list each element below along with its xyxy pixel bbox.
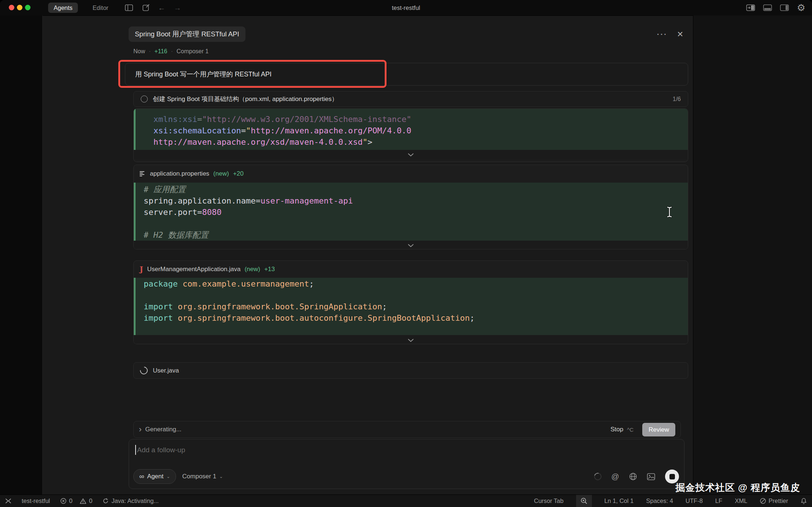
code-card-pom: xmlns:xsi="http://www.w3.org/2001/XMLSch… [133, 108, 688, 162]
problems-indicator[interactable]: 0 0 [60, 497, 92, 504]
agent-mode-label: Agent [147, 473, 164, 480]
composer-dropdown[interactable]: Composer 1 ⌄ [182, 473, 223, 480]
toggle-right-panel-icon[interactable] [780, 4, 789, 11]
followup-placeholder: Add a follow-up [137, 446, 185, 454]
properties-new-badge: (new) [213, 170, 229, 177]
code-card-properties: application.properties (new) +20 # 应用配置s… [133, 165, 688, 249]
infinity-icon: ∞ [139, 472, 144, 481]
pom-code: xmlns:xsi="http://www.w3.org/2001/XMLSch… [134, 109, 688, 150]
todo-row[interactable]: 创建 Spring Boot 项目基础结构（pom.xml, applicati… [133, 91, 688, 107]
errors-icon [60, 498, 67, 504]
java-code: package com.example.usermanagement; impo… [134, 278, 688, 335]
warnings-icon [80, 498, 86, 504]
java-added-count: +13 [264, 266, 275, 273]
indentation[interactable]: Spaces: 4 [646, 497, 673, 504]
java-new-badge: (new) [245, 266, 261, 273]
toggle-sidebar-icon[interactable] [125, 4, 133, 12]
warnings-count: 0 [89, 497, 92, 504]
language-mode[interactable]: XML [735, 497, 747, 504]
stop-button[interactable]: Stop [610, 426, 623, 433]
web-globe-icon[interactable] [629, 472, 637, 481]
context-spinner-icon [593, 471, 603, 481]
close-panel-icon[interactable]: × [677, 29, 683, 39]
prompt-text: 用 Spring Boot 写一个用户管理的 RESTful API [135, 70, 272, 79]
prompt-input[interactable]: 用 Spring Boot 写一个用户管理的 RESTful API [125, 63, 688, 86]
sync-icon [103, 498, 109, 504]
notifications-bell-icon[interactable] [801, 498, 807, 504]
text-caret [135, 445, 136, 455]
new-chat-icon[interactable] [142, 4, 151, 12]
workspace-name[interactable]: test-restful [22, 497, 50, 504]
breadcrumb-composer[interactable]: Composer 1 [177, 48, 209, 55]
titlebar: Agents Editor ← → test-restful ⚙ [0, 0, 812, 16]
close-window-button[interactable] [9, 5, 14, 10]
properties-file-header[interactable]: application.properties (new) +20 [134, 165, 688, 183]
properties-added-count: +20 [233, 170, 244, 177]
expand-pom-button[interactable] [134, 150, 688, 159]
agent-mode-dropdown[interactable]: ∞ Agent ⌄ [133, 469, 176, 484]
stop-square-icon [669, 474, 675, 479]
todo-progress: 1/6 [673, 96, 681, 103]
tab-agents[interactable]: Agents [48, 3, 78, 13]
open-panel-arrow-icon[interactable] [746, 4, 755, 11]
minimize-window-button[interactable] [17, 5, 22, 10]
remote-indicator[interactable] [5, 498, 11, 504]
properties-code: # 应用配置spring.application.name=user-manag… [134, 183, 688, 241]
chevron-down-icon: ⌄ [219, 474, 223, 479]
screencast-zoom-indicator[interactable] [576, 495, 592, 507]
expand-properties-button[interactable] [134, 241, 688, 249]
window-title: test-restful [0, 0, 812, 15]
zoom-window-button[interactable] [25, 5, 30, 10]
breadcrumb-time: Now [133, 48, 145, 55]
followup-input[interactable]: Add a follow-up ∞ Agent ⌄ Composer 1 ⌄ @ [129, 439, 685, 489]
todo-status-circle-icon [141, 96, 148, 103]
more-options-icon[interactable]: ··· [657, 30, 668, 39]
composer-label: Composer 1 [182, 473, 216, 480]
cursor-position[interactable]: Ln 1, Col 1 [604, 497, 634, 504]
review-button[interactable]: Review [642, 423, 675, 436]
formatter-indicator[interactable]: Prettier [760, 497, 788, 504]
breadcrumb: Now · +116 · Composer 1 [133, 48, 209, 55]
toggle-bottom-panel-icon[interactable] [763, 4, 772, 11]
loading-spinner-icon [139, 365, 150, 376]
properties-filename: application.properties [150, 170, 209, 177]
encoding[interactable]: UTF-8 [686, 497, 703, 504]
java-file-header[interactable]: J UserManagementApplication.java (new) +… [134, 261, 688, 278]
settings-gear-icon[interactable]: ⚙ [797, 3, 805, 12]
cursor-tab-toggle[interactable]: Cursor Tab [534, 497, 563, 504]
generating-label: Generating... [145, 426, 607, 433]
cursor-window: Agents Editor ← → test-restful ⚙ Spring … [0, 0, 812, 507]
left-gutter [0, 15, 43, 495]
errors-count: 0 [69, 497, 72, 504]
java-activity[interactable]: Java: Activating... [103, 497, 158, 504]
right-gutter [693, 15, 812, 495]
java-filename: UserManagementApplication.java [147, 266, 240, 273]
properties-file-icon [140, 171, 146, 177]
navigate-back-icon[interactable]: ← [157, 4, 166, 12]
prettier-icon [760, 498, 766, 504]
pending-filename: User.java [153, 367, 179, 374]
statusbar: test-restful 0 0 Java: Activating... [0, 495, 812, 507]
session-title: Spring Boot 用户管理 RESTful API [129, 26, 245, 42]
chevron-down-icon: ⌄ [166, 474, 170, 479]
tab-editor[interactable]: Editor [87, 3, 114, 13]
watermark: 掘金技术社区 @ 程序员鱼皮 [675, 481, 800, 494]
activity-label: Java: Activating... [111, 497, 158, 504]
attach-image-icon[interactable] [647, 473, 655, 480]
pending-file-row[interactable]: User.java [133, 362, 688, 379]
formatter-label: Prettier [769, 497, 788, 504]
todo-label: 创建 Spring Boot 项目基础结构（pom.xml, applicati… [153, 95, 668, 103]
chevron-right-icon[interactable]: › [139, 426, 141, 433]
mention-icon[interactable]: @ [611, 472, 619, 481]
java-file-icon: J [140, 265, 143, 274]
eol-sequence[interactable]: LF [715, 497, 722, 504]
expand-java-button[interactable] [134, 335, 688, 344]
generating-row: › Generating... Stop ^C Review [133, 421, 681, 438]
breadcrumb-additions[interactable]: +116 [154, 48, 167, 55]
stop-shortcut: ^C [627, 427, 633, 433]
navigate-forward-icon[interactable]: → [173, 4, 182, 12]
code-card-java: J UserManagementApplication.java (new) +… [133, 260, 688, 344]
